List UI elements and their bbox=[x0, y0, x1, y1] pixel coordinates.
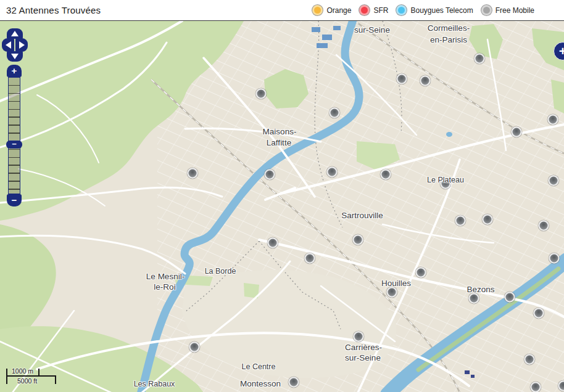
antenna-marker[interactable] bbox=[353, 235, 363, 245]
antenna-marker[interactable] bbox=[305, 253, 315, 264]
antenna-marker[interactable] bbox=[483, 214, 493, 225]
zoom-slider-handle[interactable]: − bbox=[6, 141, 22, 149]
antenna-marker[interactable] bbox=[397, 74, 407, 84]
place-label: Le Centre bbox=[242, 362, 276, 371]
antenna-marker[interactable] bbox=[265, 169, 275, 180]
scale-tick-imperial bbox=[55, 375, 56, 384]
place-label: La Borde bbox=[205, 267, 236, 276]
scale-tick-left bbox=[6, 369, 7, 384]
antenna-marker[interactable] bbox=[531, 382, 541, 392]
zoom-bar: + − − bbox=[6, 65, 22, 206]
antenna-marker[interactable] bbox=[469, 293, 479, 304]
header: 32 Antennes Trouvées Orange SFR Bouygues… bbox=[0, 0, 564, 20]
operator-color-dot-icon bbox=[396, 5, 407, 15]
legend-item: Orange bbox=[312, 5, 351, 15]
legend-item-label: Bouygues Telecom bbox=[410, 6, 473, 15]
operator-color-dot-icon bbox=[312, 5, 323, 15]
place-label: Les Rabaux bbox=[134, 380, 175, 388]
antenna-marker[interactable] bbox=[330, 108, 340, 118]
legend-item-label: Orange bbox=[326, 6, 351, 15]
antenna-marker[interactable] bbox=[548, 115, 558, 125]
antenna-marker[interactable] bbox=[256, 89, 267, 99]
place-label: Le Mesnil- bbox=[146, 272, 185, 281]
pan-left-button[interactable] bbox=[2, 38, 14, 52]
antenna-marker[interactable] bbox=[268, 238, 278, 248]
operator-color-dot-icon bbox=[359, 5, 370, 15]
page-title: 32 Antennes Trouvées bbox=[6, 5, 101, 15]
place-label: Sartrouville bbox=[341, 211, 383, 220]
antenna-marker[interactable] bbox=[188, 168, 198, 179]
place-label: Carrières- bbox=[345, 343, 382, 352]
antenna-marker[interactable] bbox=[558, 381, 564, 391]
place-label: sur-Seine bbox=[345, 353, 381, 362]
place-label: le-Roi bbox=[154, 282, 175, 292]
pan-left-icon bbox=[6, 41, 11, 49]
pan-compass bbox=[2, 28, 28, 62]
legend-item: SFR bbox=[359, 5, 388, 15]
map-tiles bbox=[0, 21, 564, 392]
antenna-marker[interactable] bbox=[505, 292, 515, 303]
scale-imperial-label: 5000 ft bbox=[17, 377, 37, 385]
antenna-marker[interactable] bbox=[387, 287, 397, 298]
place-label: Bezons bbox=[467, 285, 494, 294]
antenna-marker[interactable] bbox=[549, 176, 559, 186]
scale-tick-metric bbox=[38, 369, 39, 376]
place-label: sur-Seine bbox=[354, 25, 390, 35]
legend-item: Free Mobile bbox=[481, 5, 534, 15]
antenna-marker[interactable] bbox=[289, 377, 299, 388]
pan-up-icon bbox=[11, 31, 19, 36]
legend-item: Bouygues Telecom bbox=[396, 5, 473, 15]
antenna-marker[interactable] bbox=[455, 216, 466, 226]
antenna-marker[interactable] bbox=[475, 54, 485, 64]
antenna-marker[interactable] bbox=[549, 253, 560, 264]
operator-legend: Orange SFR Bouygues Telecom Free Mobile bbox=[312, 5, 534, 15]
zoom-out-button[interactable]: − bbox=[7, 194, 22, 206]
legend-item-label: Free Mobile bbox=[496, 6, 534, 15]
operator-color-dot-icon bbox=[481, 5, 492, 15]
place-label: Maisons- bbox=[263, 127, 297, 136]
place-label: en-Parisis bbox=[430, 35, 467, 44]
antenna-marker[interactable] bbox=[189, 342, 200, 353]
pan-up-button[interactable] bbox=[7, 28, 23, 39]
zoom-in-button[interactable]: + bbox=[7, 65, 22, 77]
antenna-marker[interactable] bbox=[420, 76, 431, 86]
antenna-marker[interactable] bbox=[525, 354, 535, 365]
scale-line bbox=[6, 375, 56, 377]
scale-bar: 1000 m 5000 ft bbox=[6, 367, 58, 386]
antenna-map-page: 32 Antennes Trouvées Orange SFR Bouygues… bbox=[0, 0, 564, 392]
antenna-marker[interactable] bbox=[381, 169, 391, 180]
antenna-marker[interactable] bbox=[539, 221, 549, 231]
pan-down-icon bbox=[11, 54, 19, 59]
map-canvas[interactable]: sur-SeineCormeilles-en-ParisisMaisons-La… bbox=[0, 20, 564, 392]
place-label: Laffitte bbox=[267, 138, 291, 147]
antenna-marker[interactable] bbox=[534, 308, 544, 319]
place-label: Cormeilles- bbox=[428, 23, 470, 33]
antenna-marker[interactable] bbox=[327, 167, 338, 178]
pan-right-button[interactable] bbox=[15, 38, 28, 52]
place-label: Le Plateau bbox=[427, 176, 464, 184]
pan-right-icon bbox=[19, 41, 25, 49]
zoom-slider-track[interactable] bbox=[8, 77, 20, 194]
antenna-marker[interactable] bbox=[416, 267, 426, 278]
legend-item-label: SFR bbox=[373, 6, 388, 15]
place-label: Montesson bbox=[240, 379, 281, 388]
pan-down-button[interactable] bbox=[7, 51, 23, 62]
antenna-marker[interactable] bbox=[354, 332, 364, 342]
antenna-marker[interactable] bbox=[512, 127, 522, 137]
scale-metric-label: 1000 m bbox=[12, 367, 33, 375]
place-label: Houilles bbox=[381, 279, 411, 288]
